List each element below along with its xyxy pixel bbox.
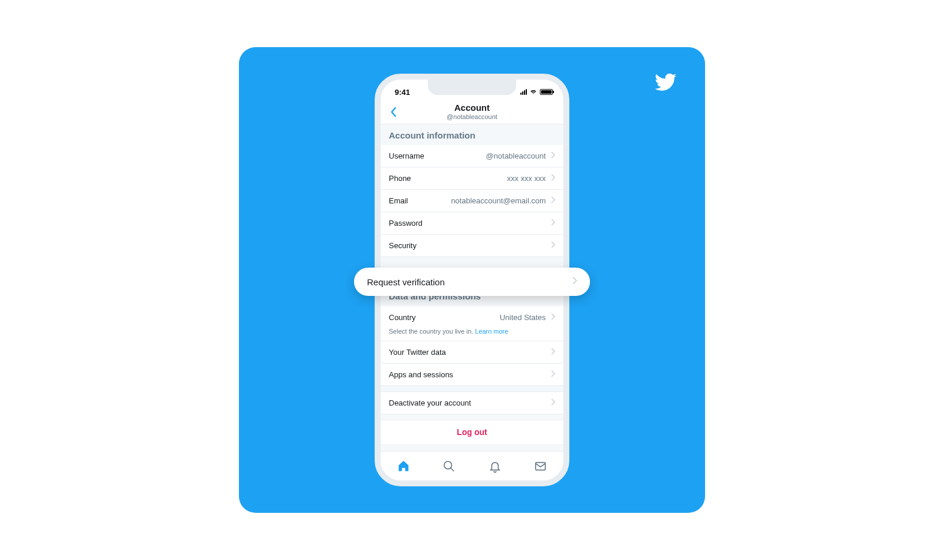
tab-bar bbox=[381, 451, 563, 480]
row-label: Security bbox=[389, 241, 417, 250]
row-label: Apps and sessions bbox=[389, 370, 453, 379]
chevron-right-icon bbox=[550, 151, 555, 160]
status-time: 9:41 bbox=[395, 88, 410, 97]
learn-more-link[interactable]: Learn more bbox=[475, 328, 508, 335]
chevron-right-icon bbox=[550, 348, 555, 357]
row-value: @notableaccount bbox=[486, 151, 546, 160]
back-button[interactable] bbox=[386, 105, 401, 119]
tab-messages[interactable] bbox=[533, 459, 548, 473]
row-username[interactable]: Username @notableaccount bbox=[381, 145, 563, 167]
row-apps-sessions[interactable]: Apps and sessions bbox=[381, 364, 563, 386]
chevron-right-icon bbox=[550, 241, 555, 250]
mail-icon bbox=[534, 460, 547, 473]
search-icon bbox=[442, 460, 455, 473]
helper-text: Select the country you live in. bbox=[389, 328, 473, 335]
twitter-logo-icon bbox=[653, 71, 677, 94]
chevron-right-icon bbox=[550, 398, 555, 407]
tab-home[interactable] bbox=[396, 459, 411, 473]
row-value: United States bbox=[500, 313, 546, 322]
row-your-twitter-data[interactable]: Your Twitter data bbox=[381, 341, 563, 364]
row-label: Username bbox=[389, 151, 424, 160]
row-label: Deactivate your account bbox=[389, 398, 471, 407]
chevron-left-icon bbox=[390, 107, 397, 117]
row-password[interactable]: Password bbox=[381, 212, 563, 235]
page-subtitle: @notableaccount bbox=[447, 113, 497, 120]
bell-icon bbox=[489, 460, 502, 473]
tab-search[interactable] bbox=[442, 459, 456, 473]
row-label: Password bbox=[389, 219, 422, 228]
callout-label: Request verification bbox=[367, 277, 445, 287]
row-country[interactable]: Country United States bbox=[381, 306, 563, 328]
tab-notifications[interactable] bbox=[488, 459, 502, 473]
home-icon bbox=[397, 460, 410, 473]
page-title: Account bbox=[447, 103, 497, 113]
chevron-right-icon bbox=[550, 313, 555, 322]
row-phone[interactable]: Phone xxx xxx xxx bbox=[381, 167, 563, 190]
chevron-right-icon bbox=[572, 276, 577, 287]
row-security[interactable]: Security bbox=[381, 235, 563, 257]
row-label: Email bbox=[389, 196, 408, 205]
svg-point-0 bbox=[444, 461, 452, 469]
chevron-right-icon bbox=[550, 219, 555, 228]
row-value: xxx xxx xxx bbox=[507, 174, 546, 183]
promo-canvas: 9:41 Account @notableaccount bbox=[239, 47, 705, 513]
row-deactivate[interactable]: Deactivate your account bbox=[381, 392, 563, 414]
row-label: Your Twitter data bbox=[389, 348, 446, 357]
logout-button[interactable]: Log out bbox=[381, 420, 563, 444]
row-label: Phone bbox=[389, 174, 411, 183]
callout-request-verification[interactable]: Request verification bbox=[354, 268, 590, 296]
svg-line-1 bbox=[451, 467, 454, 471]
row-value: notableaccount@email.com bbox=[451, 196, 546, 205]
cellular-signal-icon bbox=[520, 89, 527, 95]
battery-icon bbox=[540, 89, 553, 95]
chevron-right-icon bbox=[550, 174, 555, 183]
row-label: Country bbox=[389, 313, 416, 322]
phone-notch bbox=[428, 80, 516, 95]
section-header-account-info: Account information bbox=[381, 124, 563, 145]
row-email[interactable]: Email notableaccount@email.com bbox=[381, 190, 563, 212]
country-helper: Select the country you live in. Learn mo… bbox=[381, 328, 563, 341]
wifi-icon bbox=[529, 89, 537, 95]
chevron-right-icon bbox=[550, 370, 555, 379]
nav-header: Account @notableaccount bbox=[381, 100, 563, 124]
chevron-right-icon bbox=[550, 196, 555, 205]
